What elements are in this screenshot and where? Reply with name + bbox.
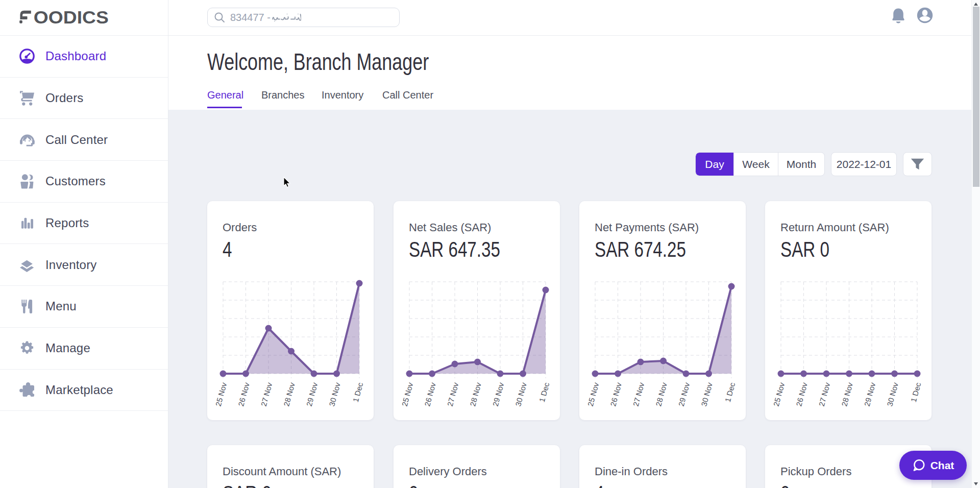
svg-text:30 Nov: 30 Nov [327,381,342,407]
svg-text:26 Nov: 26 Nov [608,381,623,407]
svg-text:30 Nov: 30 Nov [513,381,528,407]
svg-text:1 Dec: 1 Dec [537,381,551,403]
svg-text:29 Nov: 29 Nov [305,381,320,407]
svg-text:28 Nov: 28 Nov [654,381,669,407]
svg-text:1 Dec: 1 Dec [351,381,365,403]
svg-text:29 Nov: 29 Nov [863,381,877,407]
svg-text:29 Nov: 29 Nov [491,381,506,407]
svg-text:27 Nov: 27 Nov [446,381,460,407]
svg-text:27 Nov: 27 Nov [631,381,646,407]
svg-text:1 Dec: 1 Dec [723,381,737,403]
svg-text:28 Nov: 28 Nov [840,381,854,407]
svg-text:27 Nov: 27 Nov [259,381,274,407]
svg-text:27 Nov: 27 Nov [817,381,832,407]
svg-text:25 Nov: 25 Nov [772,381,787,407]
svg-text:28 Nov: 28 Nov [282,381,297,407]
svg-text:25 Nov: 25 Nov [586,381,601,407]
svg-text:30 Nov: 30 Nov [699,381,714,407]
svg-text:25 Nov: 25 Nov [400,381,415,407]
svg-text:26 Nov: 26 Nov [423,381,437,407]
svg-text:28 Nov: 28 Nov [468,381,483,407]
svg-text:26 Nov: 26 Nov [236,381,251,407]
svg-text:26 Nov: 26 Nov [794,381,809,407]
svg-text:OODICS: OODICS [34,9,109,25]
svg-text:29 Nov: 29 Nov [677,381,692,407]
svg-text:30 Nov: 30 Nov [885,381,900,407]
svg-text:1 Dec: 1 Dec [909,381,923,403]
svg-text:25 Nov: 25 Nov [214,381,229,407]
